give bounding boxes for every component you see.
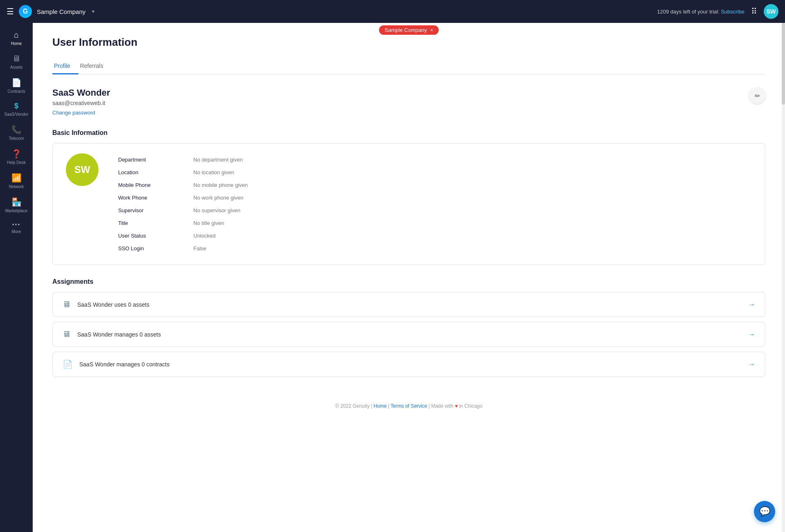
contracts-icon: 📄	[11, 78, 22, 88]
sidebar-item-help-desk[interactable]: ❓ Help Desk	[0, 145, 33, 169]
sidebar-label-home: Home	[11, 41, 22, 46]
top-navigation-bar: ☰ G Sample Company ▾ 1209 days left of y…	[0, 0, 785, 23]
sidebar-label-assets: Assets	[10, 65, 22, 70]
info-row-mobile-phone: Mobile Phone No mobile phone given	[118, 179, 752, 191]
footer-heart-icon: ♥	[455, 403, 458, 409]
manages-contracts-arrow: →	[749, 361, 755, 368]
manages-contracts-icon: 📄	[63, 359, 73, 369]
footer-made-with: Made with	[431, 403, 453, 409]
sidebar-item-home[interactable]: ⌂ Home	[0, 26, 33, 50]
location-value: No location given	[193, 169, 234, 175]
supervisor-label: Supervisor	[118, 207, 184, 213]
saas-vendor-icon: $	[14, 102, 18, 110]
info-row-sso-login: SSO Login False	[118, 242, 752, 255]
user-avatar-large: SW	[66, 153, 99, 186]
subscribe-link[interactable]: Subscribe	[721, 9, 745, 15]
department-label: Department	[118, 157, 184, 163]
sso-login-value: False	[193, 245, 206, 251]
department-value: No department given	[193, 157, 243, 163]
assignment-left-manages-contracts: 📄 SaaS Wonder manages 0 contracts	[63, 359, 170, 369]
info-row-title: Title No title given	[118, 217, 752, 229]
assets-icon: 🖥	[12, 54, 20, 63]
sidebar-item-network[interactable]: 📶 Network	[0, 169, 33, 193]
footer-location: in Chicago	[459, 403, 482, 409]
help-desk-icon: ❓	[11, 149, 22, 159]
manages-assets-text: SaaS Wonder manages 0 assets	[77, 331, 161, 338]
uses-assets-text: SaaS Wonder uses 0 assets	[77, 301, 149, 308]
footer-copyright: © 2022 Genuity	[335, 403, 370, 409]
chat-icon: 💬	[759, 506, 770, 517]
user-name: SaaS Wonder	[52, 88, 110, 98]
sidebar-label-more: More	[12, 229, 21, 234]
sidebar-item-saas-vendor[interactable]: $ SaaS/Vendor	[0, 98, 33, 121]
assignment-uses-assets[interactable]: 🖥 SaaS Wonder uses 0 assets →	[52, 292, 765, 317]
assignment-left-manages-assets: 🖥 SaaS Wonder manages 0 assets	[63, 330, 161, 339]
uses-assets-arrow: →	[749, 301, 755, 308]
tab-profile[interactable]: Profile	[52, 58, 78, 74]
footer-home-link[interactable]: Home	[374, 403, 387, 409]
home-icon: ⌂	[14, 30, 19, 40]
info-row-work-phone: Work Phone No work phone given	[118, 191, 752, 204]
page-title: User Information	[52, 36, 765, 49]
company-name-label: Sample Company	[37, 8, 85, 15]
sidebar-label-saas-vendor: SaaS/Vendor	[4, 112, 29, 117]
notification-badge[interactable]: Sample Company ×	[379, 25, 439, 35]
sidebar-label-network: Network	[9, 184, 24, 189]
user-email: saas@creativeweb.it	[52, 100, 110, 106]
change-password-link[interactable]: Change password	[52, 110, 95, 116]
info-table: Department No department given Location …	[118, 153, 752, 255]
manages-contracts-text: SaaS Wonder manages 0 contracts	[79, 361, 170, 368]
work-phone-label: Work Phone	[118, 195, 184, 201]
user-avatar-top[interactable]: SW	[764, 4, 778, 19]
company-dropdown-icon[interactable]: ▾	[92, 9, 94, 14]
sidebar-label-help-desk: Help Desk	[7, 160, 26, 165]
notification-label: Sample Company	[385, 27, 427, 33]
notification-close-icon[interactable]: ×	[430, 27, 433, 33]
edit-button[interactable]: ✏	[749, 88, 765, 104]
user-status-value: Unlocked	[193, 233, 215, 239]
network-icon: 📶	[11, 173, 22, 183]
footer-terms-link[interactable]: Terms of Service	[390, 403, 427, 409]
sidebar-item-more[interactable]: ••• More	[0, 217, 33, 238]
marketplace-icon: 🏪	[11, 197, 22, 207]
assignment-manages-assets[interactable]: 🖥 SaaS Wonder manages 0 assets →	[52, 322, 765, 347]
info-row-user-status: User Status Unlocked	[118, 229, 752, 242]
uses-assets-icon: 🖥	[63, 300, 71, 309]
supervisor-value: No supervisor given	[193, 207, 240, 213]
sso-login-label: SSO Login	[118, 245, 184, 251]
title-label: Title	[118, 220, 184, 226]
assignments-title: Assignments	[52, 278, 765, 285]
assignment-left-uses: 🖥 SaaS Wonder uses 0 assets	[63, 300, 149, 309]
sidebar-label-marketplace: Marketplace	[5, 209, 27, 213]
user-details: SaaS Wonder saas@creativeweb.it Change p…	[52, 88, 110, 116]
grid-icon[interactable]: ⠿	[751, 7, 757, 16]
info-row-supervisor: Supervisor No supervisor given	[118, 204, 752, 217]
sidebar: ⌂ Home 🖥 Assets 📄 Contracts $ SaaS/Vendo…	[0, 23, 33, 532]
manages-assets-arrow: →	[749, 331, 755, 338]
footer: © 2022 Genuity | Home | Terms of Service…	[33, 393, 785, 419]
sidebar-item-telecom[interactable]: 📞 Telecom	[0, 121, 33, 145]
hamburger-menu-icon[interactable]: ☰	[7, 7, 14, 16]
mobile-phone-label: Mobile Phone	[118, 182, 184, 188]
chat-button[interactable]: 💬	[754, 501, 775, 522]
main-content: User Information Profile Referrals SaaS …	[33, 23, 785, 532]
manages-assets-icon: 🖥	[63, 330, 71, 339]
assignment-manages-contracts[interactable]: 📄 SaaS Wonder manages 0 contracts →	[52, 352, 765, 377]
sidebar-item-marketplace[interactable]: 🏪 Marketplace	[0, 193, 33, 217]
telecom-icon: 📞	[11, 125, 22, 135]
sidebar-item-assets[interactable]: 🖥 Assets	[0, 50, 33, 74]
trial-text: 1209 days left of your trial: Subscribe	[657, 9, 745, 15]
tabs-bar: Profile Referrals	[52, 58, 765, 74]
title-value: No title given	[193, 220, 224, 226]
sidebar-item-contracts[interactable]: 📄 Contracts	[0, 74, 33, 98]
basic-info-title: Basic Information	[52, 129, 765, 137]
user-status-label: User Status	[118, 233, 184, 239]
scrollbar-thumb[interactable]	[782, 23, 785, 105]
mobile-phone-value: No mobile phone given	[193, 182, 248, 188]
more-icon: •••	[12, 221, 21, 228]
sidebar-label-telecom: Telecom	[9, 136, 24, 141]
edit-icon: ✏	[755, 92, 760, 100]
scrollbar-track[interactable]	[782, 23, 785, 532]
info-row-location: Location No location given	[118, 166, 752, 179]
tab-referrals[interactable]: Referrals	[78, 58, 112, 74]
